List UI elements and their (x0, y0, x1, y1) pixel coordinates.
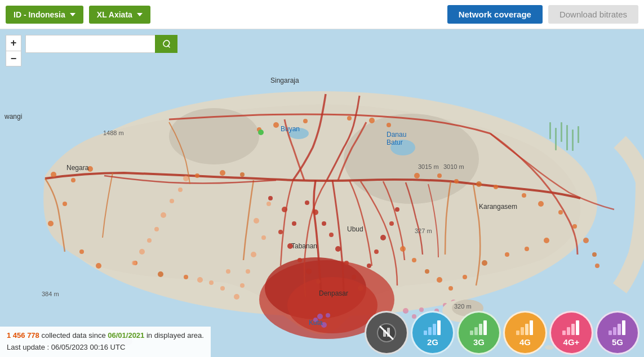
svg-point-78 (209, 280, 214, 285)
zoom-in-button[interactable]: + (6, 35, 21, 51)
last-update: Last update : 06/05/2023 00:16 UTC (7, 342, 204, 354)
download-bitrates-button[interactable]: Download bitrates (548, 5, 638, 24)
4gplus-label: 4G+ (563, 337, 580, 347)
2g-svg (423, 319, 443, 336)
svg-rect-119 (433, 324, 436, 335)
svg-point-47 (505, 252, 509, 257)
svg-point-24 (303, 119, 308, 123)
4g-svg (515, 319, 535, 336)
svg-point-29 (437, 173, 442, 178)
search-input[interactable] (25, 35, 155, 53)
svg-point-15 (96, 263, 101, 269)
svg-point-66 (367, 264, 371, 268)
svg-point-62 (335, 246, 341, 252)
svg-point-61 (329, 233, 334, 237)
operator-dropdown[interactable]: XL Axiata (89, 6, 150, 24)
svg-rect-118 (428, 327, 432, 335)
map-container[interactable]: + − wangi Negara Singaraja Buyan DanauBa… (0, 29, 644, 357)
svg-point-14 (79, 249, 84, 254)
svg-point-50 (268, 196, 273, 200)
network-coverage-button[interactable]: Network coverage (447, 5, 543, 24)
svg-point-40 (400, 246, 406, 252)
search-button[interactable] (155, 35, 177, 53)
svg-point-52 (292, 221, 296, 226)
svg-point-54 (287, 243, 293, 249)
svg-point-37 (583, 238, 589, 243)
operator-label: XL Axiata (97, 10, 132, 19)
country-label: ID - Indonesia (14, 10, 65, 19)
svg-point-41 (412, 258, 416, 262)
svg-point-89 (132, 261, 136, 265)
svg-point-63 (344, 261, 349, 265)
svg-rect-104 (549, 122, 551, 139)
svg-point-45 (463, 275, 467, 279)
svg-point-23 (273, 122, 279, 128)
svg-rect-135 (618, 324, 621, 335)
4g-icon-btn[interactable]: 4G (503, 311, 547, 355)
svg-point-93 (326, 313, 330, 318)
svg-rect-115 (383, 330, 386, 337)
svg-point-10 (71, 178, 75, 182)
operator-arrow-icon (137, 13, 143, 16)
4gplus-svg (561, 319, 581, 336)
svg-point-69 (389, 221, 394, 226)
3g-icon-btn[interactable]: 3G (457, 311, 501, 355)
country-arrow-icon (70, 13, 75, 16)
stat-date: 06/01/2021 (108, 331, 144, 340)
5g-icon-btn[interactable]: 5G (596, 311, 639, 355)
svg-rect-126 (521, 327, 524, 335)
svg-point-83 (178, 188, 183, 192)
svg-point-33 (522, 193, 526, 198)
svg-point-64 (352, 275, 356, 279)
svg-rect-122 (474, 327, 478, 335)
search-icon (162, 39, 171, 48)
svg-point-9 (51, 172, 56, 177)
svg-rect-108 (572, 130, 574, 151)
zoom-out-button[interactable]: − (6, 51, 21, 66)
4gplus-icon-btn[interactable]: 4G+ (549, 311, 593, 355)
svg-point-85 (161, 212, 166, 218)
svg-rect-132 (576, 320, 579, 335)
svg-point-48 (525, 247, 529, 251)
no-signal-icon-btn[interactable] (365, 311, 408, 355)
stat-text2: in displayed area. (146, 331, 204, 340)
svg-rect-125 (516, 331, 519, 335)
2g-icon-btn[interactable]: 2G (411, 311, 455, 355)
svg-point-31 (476, 181, 482, 187)
svg-rect-121 (470, 331, 473, 335)
svg-rect-134 (613, 327, 616, 335)
svg-rect-136 (622, 320, 625, 335)
svg-point-30 (454, 179, 459, 184)
svg-point-70 (395, 207, 399, 212)
svg-point-18 (184, 275, 188, 279)
svg-point-17 (158, 271, 163, 277)
svg-point-26 (369, 118, 375, 123)
svg-point-59 (313, 209, 318, 215)
svg-point-13 (48, 221, 54, 226)
svg-point-82 (183, 176, 189, 181)
svg-point-25 (347, 116, 352, 121)
svg-point-75 (240, 283, 245, 288)
svg-point-46 (482, 260, 487, 266)
svg-rect-116 (387, 328, 390, 337)
no-signal-svg (376, 322, 397, 343)
svg-point-84 (170, 199, 174, 203)
svg-point-68 (380, 235, 386, 240)
svg-rect-107 (566, 125, 568, 150)
svg-point-20 (220, 170, 225, 176)
country-dropdown[interactable]: ID - Indonesia (6, 6, 83, 24)
stat-count: 1 456 778 (7, 331, 39, 340)
stat-text1: collected data since (41, 331, 108, 340)
svg-point-42 (425, 269, 429, 274)
3g-svg (469, 319, 489, 336)
svg-point-19 (195, 173, 199, 178)
3g-label: 3G (473, 337, 485, 347)
svg-rect-129 (562, 331, 566, 335)
svg-point-35 (558, 210, 563, 215)
svg-point-49 (544, 238, 549, 243)
svg-point-28 (414, 173, 420, 179)
svg-point-71 (254, 218, 259, 224)
svg-point-74 (246, 269, 250, 274)
svg-point-88 (139, 249, 145, 255)
svg-point-38 (592, 252, 597, 257)
